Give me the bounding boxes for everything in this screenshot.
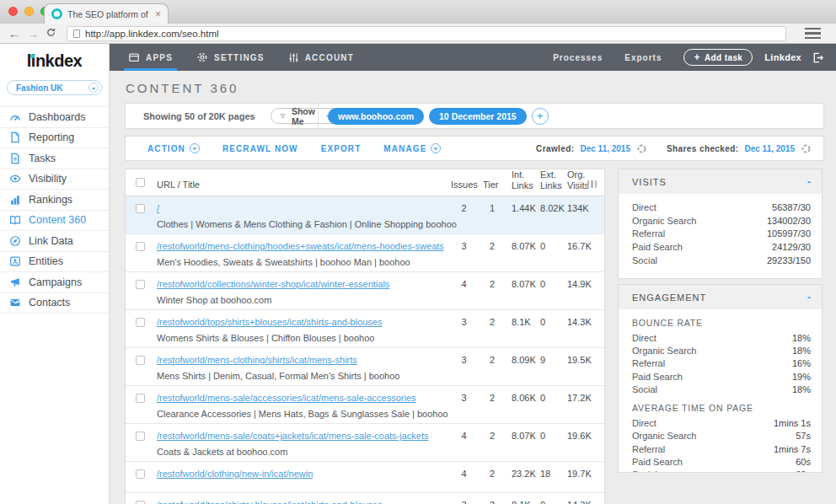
column-header-int-links[interactable]: Int. Links (512, 169, 539, 191)
site-filter-pill[interactable]: www.boohoo.com (328, 108, 424, 125)
row-url-link[interactable]: /restofworld/mens-clothing/hoodies+sweat… (157, 241, 444, 251)
client-selector[interactable]: Fashion UK ▾ (7, 80, 102, 95)
row-url-link[interactable]: /restofworld/collections/winter-shop/ica… (157, 279, 389, 289)
sidebar-item-label: Campaigns (29, 276, 82, 288)
engagement-panel: ENGAGEMENT - BOUNCE RATE Direct18%Organi… (618, 284, 823, 473)
row-org-value: 19.6K (567, 431, 592, 441)
screen: The SEO platform of cho × ← → http://app… (0, 0, 836, 504)
reload-button[interactable] (46, 27, 56, 40)
refresh-icon[interactable] (636, 143, 647, 154)
row-checkbox[interactable] (136, 204, 145, 213)
table-row[interactable]: /restofworld/mens-clothing/shirts/icat/m… (126, 348, 604, 386)
action-menu[interactable]: ACTION (147, 143, 200, 153)
page-icon (73, 29, 80, 38)
sidebar-item-content-360[interactable]: Content 360 (0, 211, 109, 232)
browser-tab[interactable]: The SEO platform of cho × (44, 3, 169, 24)
logout-icon[interactable] (812, 51, 824, 64)
nav-item-settings[interactable]: SETTINGS (196, 44, 265, 71)
metric-row: Social60s (632, 469, 811, 473)
forward-button[interactable]: → (27, 28, 39, 40)
contacts-icon (9, 297, 21, 308)
sidebar-item-visibility[interactable]: Visibility (0, 169, 109, 190)
sidebar-item-label: Content 360 (29, 214, 86, 226)
row-url-link[interactable]: /restofworld/clothing/new-in/icat/newin (157, 469, 313, 479)
recrawl-now-button[interactable]: RECRAWL NOW (222, 144, 298, 153)
row-url-link[interactable]: /restofworld/mens-clothing/shirts/icat/m… (157, 355, 357, 365)
row-url-link[interactable]: /restofworld/tops/shirts+blouses/icat/sh… (157, 317, 382, 327)
column-header-tier[interactable]: Tier (483, 180, 499, 190)
window-close-button[interactable] (8, 7, 18, 16)
row-checkbox[interactable] (136, 394, 145, 403)
row-url-link[interactable]: /restofworld/mens-sale/coats+jackets/ica… (157, 431, 428, 441)
sidebar-item-label: Entities (29, 255, 63, 267)
row-checkbox[interactable] (136, 469, 145, 479)
sidebar-item-rankings[interactable]: Rankings (0, 190, 109, 211)
reload-icon (46, 27, 56, 38)
collapse-icon[interactable]: - (807, 292, 811, 303)
metric-row: Direct56387/30 (632, 201, 811, 214)
export-button[interactable]: EXPORT (321, 144, 362, 153)
sidebar-item-tasks[interactable]: Tasks (0, 148, 109, 169)
add-task-button[interactable]: + Add task (683, 49, 753, 66)
row-checkbox[interactable] (136, 318, 145, 327)
collapse-icon[interactable]: - (807, 176, 811, 188)
table-row[interactable]: /restofworld/collections/winter-shop/ica… (126, 272, 604, 310)
window-minimize-button[interactable] (24, 7, 34, 16)
sidebar-item-campaigns[interactable]: Campaigns (0, 272, 109, 293)
nav-item-apps[interactable]: APPS (128, 44, 173, 71)
manage-menu[interactable]: MANAGE (383, 143, 441, 153)
tab-close-icon[interactable]: × (155, 9, 161, 19)
date-filter-pill[interactable]: 10 December 2015 (429, 108, 527, 125)
rankings-icon (9, 194, 21, 206)
row-url-link[interactable]: /restofworld/mens-sale/accessories/icat/… (157, 393, 416, 403)
table-body: /Clothes | Womens & Mens Clothing & Fash… (126, 196, 604, 504)
metric-value: 1mins 7s (774, 444, 811, 454)
sidebar-item-link-data[interactable]: Link Data (0, 231, 109, 252)
table-row[interactable]: /Clothes | Womens & Mens Clothing & Fash… (126, 196, 604, 234)
row-checkbox[interactable] (136, 280, 145, 289)
row-checkbox[interactable] (136, 501, 145, 504)
address-bar[interactable]: http://app.linkdex.com/seo.html (67, 26, 786, 41)
metric-label: Referral (632, 228, 665, 239)
row-checkbox[interactable] (136, 432, 145, 441)
table-row[interactable]: /restofworld/mens-clothing/hoodies+sweat… (126, 234, 604, 272)
column-header-url-title[interactable]: URL / Title (157, 180, 200, 190)
row-title: Clothes | Womens & Mens Clothing & Fashi… (157, 219, 457, 229)
row-issues-value: 3 (451, 317, 477, 327)
add-filter-button[interactable]: + (532, 108, 549, 125)
row-url-link[interactable]: /restofworld/tops/shirts+blouses/icat/sh… (157, 500, 382, 504)
row-checkbox[interactable] (136, 356, 145, 365)
sidebar-item-contacts[interactable]: Contacts (0, 293, 109, 314)
columns-icon[interactable] (587, 180, 598, 188)
menu-icon[interactable] (805, 28, 821, 40)
sidebar-item-dashboards[interactable]: Dashboards (0, 107, 109, 128)
table-row[interactable]: /restofworld/clothing/new-in/icat/newin4… (126, 462, 604, 493)
column-header-issues[interactable]: Issues (451, 180, 478, 190)
crawled-date: Dec 11, 2015 (581, 144, 631, 153)
row-int-value: 23.2K (512, 469, 536, 479)
refresh-icon[interactable] (801, 143, 812, 154)
processes-link[interactable]: Processes (553, 53, 603, 62)
row-checkbox[interactable] (136, 242, 145, 251)
chevron-down-icon (190, 143, 200, 153)
back-button[interactable]: ← (8, 28, 20, 40)
sidebar-item-entities[interactable]: Entities (0, 252, 109, 273)
url-text: http://app.linkdex.com/seo.html (85, 29, 219, 39)
metric-row: Organic Search18% (632, 344, 811, 357)
row-org-value: 14.9K (567, 279, 592, 289)
table-row[interactable]: /restofworld/tops/shirts+blouses/icat/sh… (126, 310, 604, 348)
row-url-link[interactable]: / (157, 203, 159, 213)
table-row[interactable]: /restofworld/mens-sale/coats+jackets/ica… (126, 424, 604, 462)
sidebar-item-reporting[interactable]: Reporting (0, 128, 109, 149)
metric-label: Organic Search (632, 346, 696, 356)
table-row[interactable]: /restofworld/mens-sale/accessories/icat/… (126, 386, 604, 424)
sidebar-item-label: Tasks (29, 153, 56, 164)
sidebar-item-label: Link Data (29, 235, 73, 247)
nav-item-account[interactable]: ACCOUNT (288, 44, 354, 71)
metric-label: Social (632, 384, 657, 394)
table-row[interactable]: /restofworld/tops/shirts+blouses/icat/sh… (126, 493, 604, 504)
column-header-ext-links[interactable]: Ext. Links (540, 169, 568, 191)
select-all-checkbox[interactable] (136, 178, 145, 187)
metric-row: Referral16% (632, 357, 811, 370)
exports-link[interactable]: Exports (624, 53, 662, 62)
